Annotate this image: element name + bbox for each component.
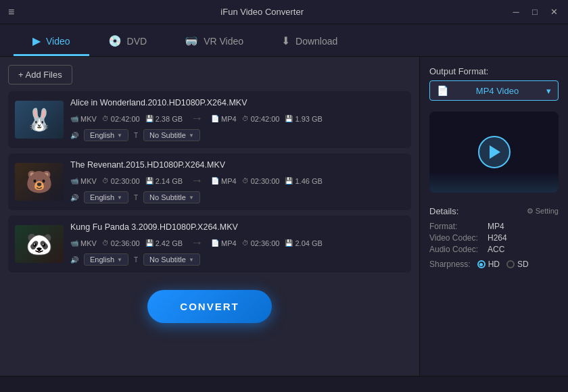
out-size-icon: 💾: [285, 239, 293, 247]
subtitle-dropdown[interactable]: No Subtitle: [143, 253, 200, 266]
src-duration: ⏱ 02:42:00: [102, 115, 140, 123]
play-button[interactable]: [478, 136, 511, 168]
file-list: 🐰 Alice in Wonderland.2010.HD1080P.X264.…: [8, 91, 411, 272]
setting-link[interactable]: ⚙ Setting: [527, 207, 559, 216]
audio-codec-row: Audio Codec: ACC: [429, 245, 559, 254]
sd-radio[interactable]: SD: [506, 260, 529, 269]
menu-icon[interactable]: ≡: [8, 6, 14, 18]
file-thumbnail: 🐼: [15, 225, 64, 263]
file-item: 🐻 The Revenant.2015.HD1080P.X264.MKV 📹 M…: [8, 153, 411, 210]
maximize-button[interactable]: □: [529, 7, 541, 17]
add-files-button[interactable]: + Add Files: [8, 65, 72, 84]
audio-codec-key: Audio Codec:: [429, 245, 483, 254]
convert-arrow: →: [191, 174, 203, 188]
app-title: iFun Video Converter: [14, 7, 510, 17]
hd-radio-dot: [477, 260, 486, 268]
file-options-row: 🔊 English T No Subtitle: [70, 253, 404, 266]
clock-icon: ⏱: [102, 177, 109, 185]
tab-dvd[interactable]: 💿 DVD: [89, 28, 166, 56]
out-duration: ⏱ 02:36:00: [242, 239, 280, 247]
details-grid: Format: MP4 Video Codec: H264 Audio Code…: [429, 222, 559, 254]
subtitle-icon: T: [134, 132, 138, 139]
minimize-button[interactable]: ─: [510, 7, 522, 17]
src-format: 📹 MKV: [70, 177, 97, 185]
out-duration: ⏱ 02:30:00: [242, 177, 280, 185]
out-format: 📄 MP4: [211, 177, 237, 185]
out-size-icon: 💾: [285, 115, 293, 122]
src-format: 📹 MKV: [70, 239, 97, 247]
selected-format-label: MP4 Video: [476, 86, 519, 96]
file-meta-row: 📹 MKV ⏱ 02:42:00 💾 2.38 GB →: [70, 112, 404, 126]
output-format-label: Output Format:: [429, 66, 559, 76]
sharpness-label: Sharpness:: [429, 260, 471, 269]
preview-glow: [429, 172, 559, 193]
title-bar-left: ≡: [8, 6, 14, 18]
tab-vr-video[interactable]: 🥽 VR Video: [166, 28, 262, 56]
audio-icon: 🔊: [70, 194, 78, 201]
dvd-tab-icon: 💿: [108, 34, 122, 47]
video-codec-val: H264: [488, 233, 507, 243]
subtitle-dropdown[interactable]: No Subtitle: [143, 129, 200, 141]
audio-dropdown[interactable]: English: [84, 191, 128, 203]
hd-radio[interactable]: HD: [477, 260, 500, 269]
download-tab-icon: ⬇: [281, 34, 290, 47]
format-detail-row: Format: MP4: [429, 222, 559, 231]
format-dropdown[interactable]: 📄 MP4 Video ▾: [429, 80, 559, 101]
vr-tab-icon: 🥽: [185, 34, 198, 47]
title-bar: ≡ iFun Video Converter ─ □ ✕: [0, 0, 568, 24]
audio-dropdown[interactable]: English: [84, 253, 128, 266]
src-duration: ⏱ 02:36:00: [102, 239, 140, 247]
file-name: Alice in Wonderland.2010.HD1080P.X264.MK…: [70, 98, 404, 107]
thumb-image: 🐰: [15, 101, 64, 139]
thumb-image: 🐼: [15, 225, 64, 263]
convert-area: CONVERT: [8, 279, 411, 330]
src-duration: ⏱ 02:30:00: [102, 177, 140, 185]
file-name: Kung Fu Panda 3.2009.HD1080P.X264.MKV: [70, 222, 404, 232]
subtitle-dropdown[interactable]: No Subtitle: [143, 191, 200, 203]
audio-codec-val: ACC: [488, 245, 504, 254]
file-thumbnail: 🐰: [15, 101, 64, 139]
tab-video-label: Video: [46, 36, 70, 47]
file-info: Kung Fu Panda 3.2009.HD1080P.X264.MKV 📹 …: [70, 222, 404, 266]
convert-arrow: →: [191, 112, 203, 126]
chevron-down-icon: ▾: [546, 86, 551, 96]
out-duration: ⏱ 02:42:00: [242, 115, 280, 123]
file-options-row: 🔊 English T No Subtitle: [70, 129, 404, 141]
thumb-image: 🐻: [15, 163, 64, 201]
file-meta-row: 📹 MKV ⏱ 02:36:00 💾 2.42 GB →: [70, 236, 404, 250]
out-clock-icon: ⏱: [242, 177, 249, 185]
output-format-section: Output Format: 📄 MP4 Video ▾: [429, 66, 559, 101]
main-area: + Add Files 🐰 Alice in Wonderland.2010.H…: [0, 57, 568, 376]
close-button[interactable]: ✕: [548, 7, 560, 17]
thumb-char: 🐻: [26, 171, 53, 193]
convert-button[interactable]: CONVERT: [147, 290, 271, 323]
src-size: 💾 2.42 GB: [145, 239, 183, 247]
sharpness-row: Sharpness: HD SD: [429, 260, 559, 269]
subtitle-icon: T: [134, 194, 138, 201]
file-thumbnail: 🐻: [15, 163, 64, 201]
convert-arrow: →: [191, 236, 203, 250]
out-format: 📄 MP4: [211, 239, 237, 247]
hd-label: HD: [488, 260, 500, 269]
tab-download-label: Download: [295, 36, 337, 47]
format-icon: 📹: [70, 239, 78, 247]
left-panel: + Add Files 🐰 Alice in Wonderland.2010.H…: [0, 57, 419, 376]
thumb-char: 🐰: [26, 109, 53, 130]
status-bar: [0, 376, 568, 392]
out-size: 💾 2.04 GB: [285, 239, 322, 247]
src-size: 💾 2.14 GB: [145, 177, 183, 185]
sd-radio-dot: [506, 260, 515, 268]
format-icon: 📹: [70, 115, 78, 122]
file-info: Alice in Wonderland.2010.HD1080P.X264.MK…: [70, 98, 404, 141]
video-preview: [429, 112, 559, 193]
size-icon: 💾: [145, 239, 153, 247]
out-format-icon: 📄: [211, 115, 219, 122]
video-tab-icon: ▶: [32, 34, 41, 47]
src-size: 💾 2.38 GB: [145, 115, 183, 123]
out-format: 📄 MP4: [211, 115, 237, 123]
tab-download[interactable]: ⬇ Download: [262, 28, 356, 56]
clock-icon: ⏱: [102, 115, 109, 122]
out-format-icon: 📄: [211, 239, 219, 247]
audio-dropdown[interactable]: English: [84, 129, 128, 141]
tab-video[interactable]: ▶ Video: [14, 28, 89, 56]
